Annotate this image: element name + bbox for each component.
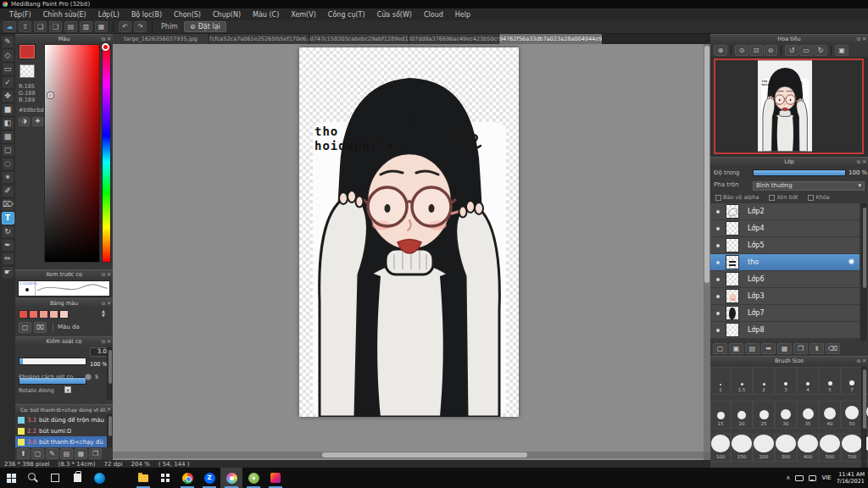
lasso-tool[interactable]: ◌ — [2, 158, 14, 170]
layer-visibility-dot[interactable] — [716, 278, 720, 281]
file-explorer-button[interactable] — [132, 468, 154, 488]
snap-tool[interactable]: ✓ — [2, 76, 14, 89]
brush-size-option-7[interactable]: 7 — [841, 367, 863, 395]
search-button[interactable] — [22, 468, 44, 488]
palette-swatch-1[interactable] — [29, 310, 38, 319]
canvas-area[interactable]: tho hoidapp:'> — [113, 44, 710, 460]
popout-icon[interactable]: ⧉ — [102, 36, 105, 42]
snapshot-icon[interactable]: ▣ — [835, 45, 849, 56]
brush-item-1[interactable]: 2.2bút sumi:D — [15, 425, 107, 436]
layer-visibility-dot[interactable] — [716, 244, 720, 247]
comment-icon[interactable]: ❏ — [34, 21, 47, 32]
layer-row-tho[interactable]: tho✺ — [710, 254, 860, 271]
eyedropper-tool[interactable]: ✒ — [2, 239, 14, 252]
merge-layer-icon[interactable]: ⇟ — [810, 343, 824, 354]
popout-icon[interactable]: ⧉ — [857, 358, 860, 364]
panel-grid-icon[interactable]: ▦ — [95, 21, 108, 32]
layer-visibility-dot[interactable] — [716, 329, 720, 332]
brush-size-option-200[interactable]: 200 — [753, 434, 775, 462]
brush-size-option-2[interactable]: 2 — [753, 367, 775, 395]
brush-size-option-4[interactable]: 4 — [797, 367, 819, 395]
eraser-tool[interactable]: ◇ — [2, 49, 14, 62]
layer-opacity-slider[interactable] — [753, 169, 846, 176]
notification-icon[interactable] — [809, 475, 816, 481]
canvas[interactable]: tho hoidapp:'> — [299, 47, 519, 417]
saturation-value-picker[interactable] — [44, 44, 100, 263]
menu-item-9[interactable]: Cửa sổ(W) — [371, 11, 418, 19]
add-8bit-layer-icon[interactable]: ▣ — [729, 343, 743, 354]
operation-tool[interactable]: ↻ — [2, 225, 14, 238]
add-layer-icon[interactable]: ▢ — [713, 343, 727, 354]
alpha-protect-checkbox[interactable]: Bảo vệ alpha — [715, 194, 759, 201]
panel-list-icon[interactable]: ▥ — [80, 21, 92, 32]
fit-window-icon[interactable]: ⊡ — [749, 45, 763, 56]
publish-icon[interactable]: ⇧ — [19, 21, 31, 32]
brush-script-icon[interactable]: ▤ — [60, 448, 73, 459]
add-1bit-layer-icon[interactable]: ▤ — [745, 343, 760, 354]
clock[interactable]: 11:41 AM 7/16/2021 — [837, 471, 865, 485]
close-icon[interactable]: ✕ — [107, 406, 111, 413]
hand-tool[interactable]: ☛ — [2, 266, 14, 279]
layer-visibility-dot[interactable] — [716, 295, 720, 298]
brush-size-option-100[interactable]: 100 — [710, 434, 731, 462]
store-button[interactable] — [66, 468, 88, 488]
cloud-icon[interactable]: ☁ — [3, 21, 16, 32]
close-icon[interactable]: ✕ — [107, 300, 111, 307]
brush-item-0[interactable]: 3.2bút dùng để trộn màu — [15, 414, 107, 425]
brush-size-option-400[interactable]: 400 — [797, 434, 819, 462]
layer-folder-icon[interactable]: ▦ — [777, 343, 792, 354]
gradient-tool[interactable]: ▩ — [2, 130, 14, 143]
palette-swatch-3[interactable] — [49, 310, 58, 319]
spacing-knob[interactable] — [85, 374, 92, 380]
menu-item-5[interactable]: Chụp(N) — [207, 11, 247, 19]
menu-item-3[interactable]: Bộ lọc(B) — [125, 11, 168, 19]
add-color-icon[interactable]: ✚ — [32, 117, 43, 126]
layer-row-Lớp7[interactable]: Lớp7 — [710, 305, 860, 322]
menu-item-4[interactable]: Chọn(S) — [168, 11, 207, 19]
document-tab-2[interactable]: b16d747c158303cabebc29abf1289ed1.jpg — [309, 34, 409, 44]
new-brush-icon[interactable]: ▢ — [31, 448, 44, 459]
medibang-button[interactable] — [220, 468, 242, 488]
layer-row-Lớp4[interactable]: Lớp4 — [710, 220, 860, 237]
layer-row-Lớp2[interactable]: Lớp2 — [710, 203, 860, 220]
layer-row-Lớp6[interactable]: Lớp6 — [710, 271, 860, 288]
brush-size-option-3[interactable]: 3 — [775, 367, 797, 395]
brush-tool[interactable]: ✎ — [2, 36, 14, 48]
canvas-vertical-scrollbar[interactable] — [704, 44, 710, 460]
blend-mode-select[interactable]: Bình thường ▾ — [753, 181, 865, 191]
brush-size-option-1.5[interactable]: 1.5 — [731, 367, 753, 395]
menu-item-10[interactable]: Cloud — [418, 11, 449, 19]
select-tool[interactable]: ▢ — [2, 144, 14, 157]
undo-button[interactable]: ↶ — [119, 21, 131, 32]
network-icon[interactable] — [795, 475, 804, 481]
layer-list-scrollbar[interactable] — [861, 203, 866, 341]
zalo-button[interactable]: Z — [198, 468, 220, 488]
start-button[interactable] — [0, 468, 22, 488]
brush-item-2[interactable]: 3.6bút thanh:Đ<chạy đù — [15, 436, 107, 447]
close-icon[interactable]: ✕ — [862, 358, 866, 364]
clipping-checkbox[interactable]: Xén bớt — [769, 194, 798, 201]
bucket-tool[interactable]: ◧ — [2, 117, 14, 130]
brush-size-option-15[interactable]: 15 — [710, 401, 731, 429]
close-icon[interactable]: ✕ — [862, 158, 866, 165]
brush-size-option-30[interactable]: 30 — [775, 401, 797, 429]
tray-chevron-icon[interactable]: ∧ — [786, 474, 790, 481]
popout-icon[interactable]: ⧉ — [102, 300, 105, 307]
brush-size-slider[interactable] — [19, 358, 86, 365]
layer-settings-gear-icon[interactable]: ✺ — [848, 258, 854, 266]
menu-item-0[interactable]: Tệp(F) — [3, 11, 37, 19]
menu-item-1[interactable]: Chỉnh sửa(E) — [37, 11, 92, 19]
lock-checkbox[interactable]: Khóa — [808, 194, 829, 201]
save-icon[interactable]: ▤ — [64, 21, 77, 32]
text-tool[interactable]: T — [2, 212, 14, 225]
duplicate-layer-icon[interactable]: ❐ — [793, 343, 808, 354]
delete-swatch-icon[interactable]: ⌧ — [34, 322, 47, 333]
canvas-horizontal-scrollbar[interactable] — [113, 452, 704, 458]
upload-brush-icon[interactable]: ⬆ — [17, 448, 30, 459]
hue-slider[interactable] — [102, 44, 111, 263]
layer-visibility-dot[interactable] — [716, 210, 720, 214]
magic-wand-tool[interactable]: ✶ — [2, 171, 14, 184]
panel-scrollbar[interactable] — [107, 347, 112, 400]
palette-swatch-0[interactable] — [19, 310, 28, 319]
edge-legacy-button[interactable] — [110, 468, 132, 488]
